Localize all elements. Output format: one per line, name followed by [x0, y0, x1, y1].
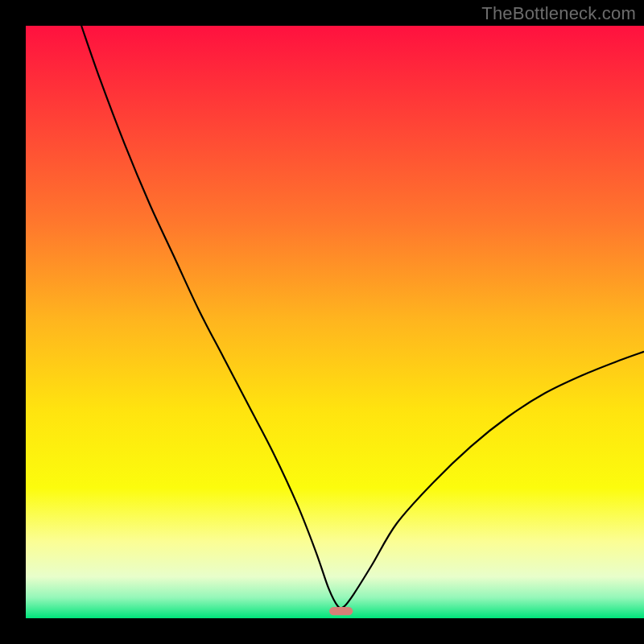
plot-background — [26, 26, 644, 618]
watermark-label: TheBottleneck.com — [481, 3, 636, 24]
chart-frame: TheBottleneck.com — [0, 0, 644, 644]
optimum-marker — [329, 607, 353, 615]
bottleneck-chart — [0, 0, 644, 644]
